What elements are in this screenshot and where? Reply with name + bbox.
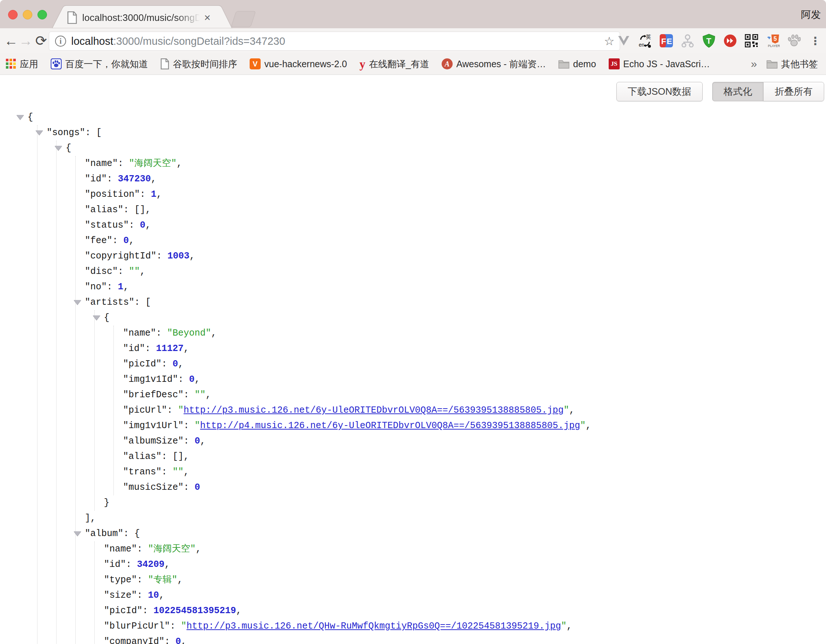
collapse-all-button[interactable]: 折叠所有 xyxy=(763,82,824,101)
echojs-icon: JS xyxy=(609,58,620,70)
browser-window: 阿发 localhost:3000/music/songDet × ← → ⟳ … xyxy=(0,0,826,644)
json-line: "img1v1Url": "http://p4.music.126.net/6y… xyxy=(123,418,591,434)
json-line: "size": 10, xyxy=(104,588,591,603)
address-bar[interactable]: i localhost:3000/music/songDetail?ids=34… xyxy=(49,31,620,51)
json-line: "songs": [ xyxy=(47,125,591,141)
collapse-toggle-icon[interactable] xyxy=(74,300,81,305)
json-line: "copyrightId": 1003, xyxy=(85,248,591,264)
json-line: "picId": 0, xyxy=(123,357,591,372)
json-line: "type": "专辑", xyxy=(104,573,591,588)
bookmark-star-icon[interactable]: ☆ xyxy=(604,34,615,48)
page-info-icon[interactable]: i xyxy=(55,36,66,47)
json-children: "name": "海阔天空","id": 34209,"type": "专辑",… xyxy=(94,542,591,644)
folder-icon xyxy=(767,59,778,69)
fast-forward-icon[interactable] xyxy=(723,33,737,49)
youdao-y-icon: y xyxy=(359,58,365,70)
json-line: { xyxy=(104,310,591,326)
bookmark-youdao[interactable]: y 在线翻译_有道 xyxy=(359,58,429,70)
collapse-toggle-icon[interactable] xyxy=(55,146,62,151)
json-line: "album": { xyxy=(85,526,591,542)
qrcode-icon[interactable] xyxy=(745,33,758,49)
json-url-link[interactable]: http://p3.music.126.net/6y-UleORITEDbvrO… xyxy=(183,405,564,416)
bookmark-awesomes[interactable]: A Awesomes - 前端资… xyxy=(442,58,546,70)
json-children: {"name": "海阔天空","id": 347230,"position":… xyxy=(56,141,591,644)
json-children: {"name": "Beyond","id": 11127,"picId": 0… xyxy=(94,310,591,511)
forward-button[interactable]: → xyxy=(18,28,34,53)
green-shield-icon[interactable]: T xyxy=(702,33,716,49)
tab-close-icon[interactable]: × xyxy=(204,12,211,23)
toolbar: ← → ⟳ i localhost:3000/music/songDetail?… xyxy=(0,28,826,53)
bookmark-google-sort[interactable]: 谷歌按时间排序 xyxy=(160,58,237,70)
collapse-toggle-icon[interactable] xyxy=(17,115,24,120)
json-line: "status": 0, xyxy=(85,218,591,233)
page-content: 下载JSON数据 格式化 折叠所有 {"songs": [{"name": "海… xyxy=(0,75,826,644)
json-line: { xyxy=(66,141,591,156)
tab-title: localhost:3000/music/songDet xyxy=(82,12,203,23)
profile-name[interactable]: 阿发 xyxy=(801,8,821,21)
json-line: "picId": 102254581395219, xyxy=(104,603,591,619)
fehelper-icon[interactable]: F E xyxy=(659,33,673,49)
bookmark-baidu[interactable]: 百度一下，你就知道 xyxy=(51,58,148,70)
awesomes-a-icon: A xyxy=(442,58,453,70)
bookmark-label: demo xyxy=(573,59,596,70)
titlebar: 阿发 localhost:3000/music/songDet × xyxy=(0,0,826,28)
collapse-toggle-icon[interactable] xyxy=(93,315,100,320)
json-url-link[interactable]: http://p4.music.126.net/6y-UleORITEDbvrO… xyxy=(200,421,580,431)
svg-text:E: E xyxy=(667,37,672,46)
svg-text:en: en xyxy=(639,42,644,48)
vue-devtools-icon[interactable] xyxy=(617,33,631,49)
close-window-button[interactable] xyxy=(8,10,18,19)
bookmark-label: 其他书签 xyxy=(781,58,818,70)
json-line: "picUrl": "http://p3.music.126.net/6y-Ul… xyxy=(123,403,591,418)
json-url-link[interactable]: http://p3.music.126.net/QHw-RuMwfQkmgtiy… xyxy=(186,621,561,632)
json-children: "name": "海阔天空","id": 347230,"position": … xyxy=(75,156,591,644)
bookmarks-overflow-chevron[interactable]: » xyxy=(751,57,757,70)
back-button[interactable]: ← xyxy=(3,28,19,53)
reload-button[interactable]: ⟳ xyxy=(33,28,49,53)
bookmark-vue-hackernews[interactable]: V vue-hackernews-2.0 xyxy=(250,58,347,70)
json-line: "name": "海阔天空", xyxy=(104,542,591,557)
json-line: "musicSize": 0 xyxy=(123,480,591,495)
svg-text:英: 英 xyxy=(646,34,651,40)
json-line: "briefDesc": "", xyxy=(123,387,591,403)
zoom-window-button[interactable] xyxy=(37,10,47,19)
json-tree: {"songs": [{"name": "海阔天空","id": 347230,… xyxy=(0,75,591,644)
download-json-button[interactable]: 下载JSON数据 xyxy=(616,82,703,101)
collapse-toggle-icon[interactable] xyxy=(36,130,43,135)
sitemap-tree-icon[interactable] xyxy=(681,33,695,49)
json-line: "name": "海阔天空", xyxy=(85,156,591,171)
folder-icon xyxy=(558,59,570,69)
json-line: "id": 11127, xyxy=(123,341,591,357)
format-button[interactable]: 格式化 xyxy=(712,82,763,101)
json-line: { xyxy=(28,110,591,125)
translate-icon[interactable]: 英 en xyxy=(638,33,652,49)
json-line: "artists": [ xyxy=(85,295,591,310)
json-line: } xyxy=(104,495,591,511)
bookmark-other-bookmarks[interactable]: 其他书签 xyxy=(767,58,818,70)
json-line: "id": 34209, xyxy=(104,557,591,573)
paw-icon[interactable] xyxy=(787,33,801,49)
view-mode-group: 格式化 折叠所有 xyxy=(712,82,824,101)
json-line: "position": 1, xyxy=(85,187,591,202)
bookmark-apps[interactable]: 应用 xyxy=(6,58,38,70)
window-controls xyxy=(8,10,47,19)
svg-text:F: F xyxy=(661,37,666,46)
bookmark-folder-demo[interactable]: demo xyxy=(558,59,596,70)
collapse-toggle-icon[interactable] xyxy=(74,531,81,536)
bookmarks-bar: 应用 百度一下，你就知道 谷歌按时间排序 V vue-hackernews-2.… xyxy=(0,53,826,75)
html5-player-icon[interactable]: 5 PLAYER xyxy=(766,33,780,49)
json-line: "blurPicUrl": "http://p3.music.126.net/Q… xyxy=(104,619,591,634)
apps-grid-icon xyxy=(6,59,16,69)
bookmark-echojs[interactable]: JS Echo JS - JavaScri… xyxy=(609,58,710,70)
browser-menu-icon[interactable]: ⋮ xyxy=(808,33,822,49)
minimize-window-button[interactable] xyxy=(23,10,32,19)
html5-caption: PLAYER xyxy=(768,44,780,48)
json-line: "fee": 0, xyxy=(85,233,591,248)
browser-tab[interactable]: localhost:3000/music/songDet × xyxy=(51,5,235,28)
json-line: ], xyxy=(85,511,591,526)
url-path: :3000/music/songDetail?ids=347230 xyxy=(113,35,285,47)
json-action-bar: 下载JSON数据 格式化 折叠所有 xyxy=(616,82,824,101)
json-line: "no": 1, xyxy=(85,279,591,295)
json-line: "id": 347230, xyxy=(85,171,591,187)
html5-number: 5 xyxy=(773,35,777,42)
